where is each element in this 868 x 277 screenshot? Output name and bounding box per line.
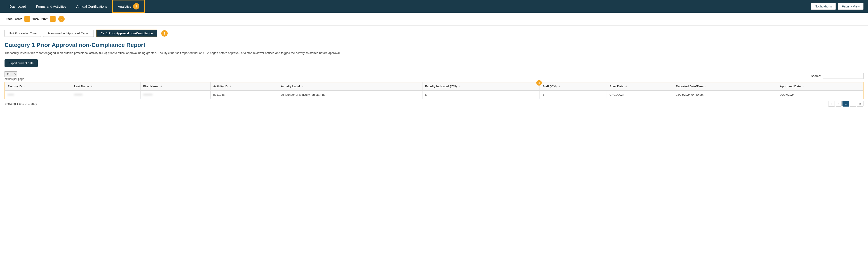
cell-activity-label: co-founder of a faculty-led start up [278,91,422,99]
fiscal-year-label: Fiscal Year: [4,17,22,21]
table-footer: Showing 1 to 1 of 1 entry « ‹ 1 › » [4,101,864,107]
cell-activity-id: 8311248 [210,91,278,99]
sort-icon-approved-date[interactable]: ⇅ [803,85,804,88]
export-button[interactable]: Export current data [4,59,38,67]
step-badge-3: 3 [161,30,167,37]
page-first-button[interactable]: « [828,101,835,107]
cell-faculty-id: •••••• [5,91,71,99]
showing-text: Showing 1 to 1 of 1 entry [4,102,37,105]
nav-bar: Dashboard Forms and Activities Annual Ce… [0,0,868,13]
fiscal-next-button[interactable]: › [50,16,56,22]
report-title: Category 1 Prior Approval non-Compliance… [4,41,864,48]
sort-icon-first-name[interactable]: ⇅ [160,85,162,88]
col-staff: Staff (Y/N) ⇅ [539,82,607,91]
cell-approved-date: 09/07/2024 [777,91,863,99]
fiscal-year-bar: Fiscal Year: ‹ 2024 - 2025 › 2 [0,13,868,26]
sort-icon-start-date[interactable]: ⇅ [625,85,627,88]
col-activity-label: Activity Label ⇅ [278,82,422,91]
col-last-name: Last Name ⇅ [71,82,141,91]
sort-icon-faculty-id[interactable]: ⇅ [24,85,25,88]
fiscal-year-text: 2024 - 2025 [32,17,49,21]
cell-first-name: ••••••••• [140,91,210,99]
tab-acknowledged-approved[interactable]: Acknowledged/Approved Report [43,30,94,37]
search-input[interactable] [823,73,864,79]
sort-icon-activity-id[interactable]: ⇅ [229,85,231,88]
cell-staff: Y [539,91,607,99]
sort-icon-activity-label[interactable]: ⇅ [302,85,303,88]
col-start-date: Start Date ⇅ [607,82,673,91]
notifications-button[interactable]: Notifications [811,3,836,10]
entries-select-row: 25 10 50 100 [4,71,24,77]
entries-per-page-select[interactable]: 25 10 50 100 [4,71,17,77]
sort-icon-staff[interactable]: ⇅ [558,85,560,88]
nav-dashboard[interactable]: Dashboard [4,0,31,13]
cell-reported-datetime: 08/06/2024 04:40 pm [673,91,777,99]
col-faculty-indicated: Faculty Indicated (Y/N) ⇅ 4 [422,82,539,91]
step-badge-4: 4 [536,80,542,85]
tabs-row: Unit Processing Time Acknowledged/Approv… [0,26,868,37]
cell-start-date: 07/01/2024 [607,91,673,99]
col-activity-id: Activity ID ⇅ [210,82,278,91]
col-faculty-id: Faculty ID ⇅ [5,82,71,91]
page-last-button[interactable]: » [857,101,864,107]
page-prev-button[interactable]: ‹ [836,101,842,107]
tab-unit-processing-time[interactable]: Unit Processing Time [4,30,41,37]
entries-per-page-label: entries per page [4,77,24,80]
nav-analytics[interactable]: Analytics 1 [112,0,145,13]
data-table: Faculty ID ⇅ Last Name ⇅ First Name ⇅ Ac… [5,82,863,99]
page-next-button[interactable]: › [850,101,856,107]
search-label: Search: [811,74,821,78]
col-first-name: First Name ⇅ [140,82,210,91]
entries-select-wrapper: 25 10 50 100 entries per page [4,71,24,80]
table-controls: 25 10 50 100 entries per page Search: [4,71,864,80]
sort-icon-reported-datetime[interactable]: ↓ [705,85,706,88]
search-row: Search: [811,73,864,79]
nav-annual-certifications[interactable]: Annual Certifications [71,0,113,13]
step-badge-2: 2 [58,16,65,22]
fiscal-prev-button[interactable]: ‹ [24,16,30,22]
nav-forms-activities[interactable]: Forms and Activities [31,0,71,13]
data-table-wrapper: Faculty ID ⇅ Last Name ⇅ First Name ⇅ Ac… [4,82,864,99]
cell-last-name: •••••••• [71,91,141,99]
page-1-button[interactable]: 1 [842,101,849,107]
tab-cat1-prior-approval[interactable]: Cat 1 Prior Approval non-Compliance [96,30,157,37]
faculty-view-button[interactable]: Faculty View [838,3,864,10]
col-reported-datetime: Reported Date/Time ↓ [673,82,777,91]
sort-icon-faculty-indicated[interactable]: ⇅ [458,85,460,88]
table-header-row: Faculty ID ⇅ Last Name ⇅ First Name ⇅ Ac… [5,82,863,91]
pagination: « ‹ 1 › » [828,101,864,107]
col-approved-date: Approved Date ⇅ [777,82,863,91]
cell-faculty-indicated: N [422,91,539,99]
report-description: The faculty listed in this report engage… [4,51,864,55]
sort-icon-last-name[interactable]: ⇅ [91,85,93,88]
table-row: •••••• •••••••• ••••••••• 8311248 co-fou… [5,91,863,99]
step-badge-1: 1 [133,3,140,9]
main-content: Category 1 Prior Approval non-Compliance… [0,37,868,113]
